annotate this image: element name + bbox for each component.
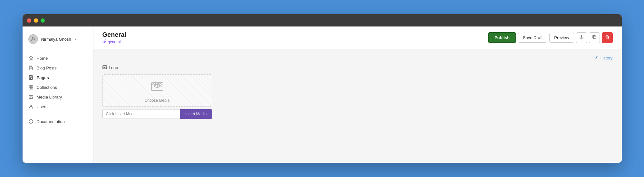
- svg-rect-5: [29, 88, 31, 89]
- users-icon: [28, 104, 34, 109]
- svg-rect-6: [31, 88, 33, 89]
- svg-point-0: [32, 37, 34, 39]
- logo-label-icon: [102, 65, 107, 70]
- close-button[interactable]: [27, 18, 31, 23]
- media-library-icon: [28, 94, 34, 99]
- sidebar-item-pages-label: Pages: [37, 75, 49, 80]
- pages-icon: [28, 75, 34, 80]
- content-area: ↺ History Logo: [93, 49, 622, 125]
- media-upload-area[interactable]: Choose Media: [102, 74, 212, 107]
- delete-icon: [605, 35, 610, 40]
- documentation-icon: [28, 119, 34, 124]
- app-body: Nirmalya Ghosh ▾ Home: [23, 26, 622, 163]
- sidebar-item-documentation-label: Documentation: [37, 119, 65, 124]
- save-draft-button[interactable]: Save Draft: [518, 33, 547, 43]
- history-label: History: [600, 56, 612, 60]
- sidebar-item-media-library-label: Media Library: [37, 95, 62, 99]
- duplicate-icon: [592, 35, 597, 40]
- media-url-input[interactable]: [102, 109, 180, 119]
- link-icon: [102, 39, 106, 44]
- collections-icon: [28, 85, 34, 90]
- svg-rect-3: [29, 85, 31, 87]
- slug-text: general: [108, 40, 121, 44]
- sidebar-item-documentation[interactable]: Documentation: [23, 117, 93, 126]
- sidebar-item-media-library[interactable]: Media Library: [23, 92, 93, 102]
- media-input-row: Insert Media: [102, 109, 212, 119]
- sidebar: Nirmalya Ghosh ▾ Home: [23, 26, 93, 163]
- settings-icon: [579, 35, 584, 40]
- logo-section-label: Logo: [102, 65, 613, 70]
- svg-point-1: [30, 66, 31, 67]
- sidebar-item-home[interactable]: Home: [23, 53, 93, 63]
- insert-media-button[interactable]: Insert Media: [180, 109, 212, 119]
- history-button[interactable]: ↺ History: [594, 56, 612, 60]
- settings-button[interactable]: [576, 32, 587, 43]
- svg-point-14: [103, 67, 104, 67]
- user-header[interactable]: Nirmalya Ghosh ▾: [23, 32, 93, 50]
- blog-posts-icon: [28, 65, 34, 70]
- sidebar-item-collections[interactable]: Collections: [23, 82, 93, 92]
- logo-label-text: Logo: [109, 65, 118, 70]
- history-icon: ↺: [594, 56, 598, 60]
- sidebar-item-blog-posts[interactable]: Blog Posts: [23, 63, 93, 73]
- svg-point-9: [30, 105, 32, 107]
- traffic-lights: [27, 18, 45, 23]
- choose-media-text: Choose Media: [145, 98, 169, 103]
- svg-rect-12: [593, 36, 596, 39]
- sidebar-item-collections-label: Collections: [37, 85, 57, 90]
- toolbar: Publish Save Draft Preview: [488, 32, 613, 43]
- titlebar: [23, 14, 622, 26]
- page-slug: general: [102, 39, 126, 44]
- sidebar-item-blog-posts-label: Blog Posts: [37, 66, 57, 70]
- user-name: Nirmalya Ghosh: [41, 37, 71, 42]
- duplicate-button[interactable]: [589, 32, 600, 43]
- publish-button[interactable]: Publish: [488, 32, 516, 43]
- history-link-container: ↺ History: [102, 56, 613, 60]
- sidebar-item-users-label: Users: [37, 104, 48, 109]
- svg-point-8: [30, 96, 30, 97]
- svg-point-11: [581, 36, 582, 38]
- home-icon: [28, 56, 34, 61]
- sidebar-item-users[interactable]: Users: [23, 102, 93, 111]
- svg-rect-4: [31, 85, 33, 87]
- maximize-button[interactable]: [41, 18, 45, 23]
- page-title-section: General general: [102, 31, 126, 44]
- page-title: General: [102, 31, 126, 38]
- preview-button[interactable]: Preview: [549, 33, 574, 43]
- user-dropdown-arrow: ▾: [75, 37, 77, 41]
- app-window: Nirmalya Ghosh ▾ Home: [23, 14, 622, 163]
- sidebar-item-home-label: Home: [37, 56, 48, 61]
- avatar: [28, 34, 38, 44]
- media-box-icon: [149, 78, 165, 96]
- main-content: General general Publish Save Draft: [93, 26, 622, 163]
- delete-button[interactable]: [602, 32, 613, 43]
- minimize-button[interactable]: [34, 18, 38, 23]
- page-header: General general Publish Save Draft: [93, 26, 622, 49]
- sidebar-item-pages[interactable]: Pages: [23, 73, 93, 82]
